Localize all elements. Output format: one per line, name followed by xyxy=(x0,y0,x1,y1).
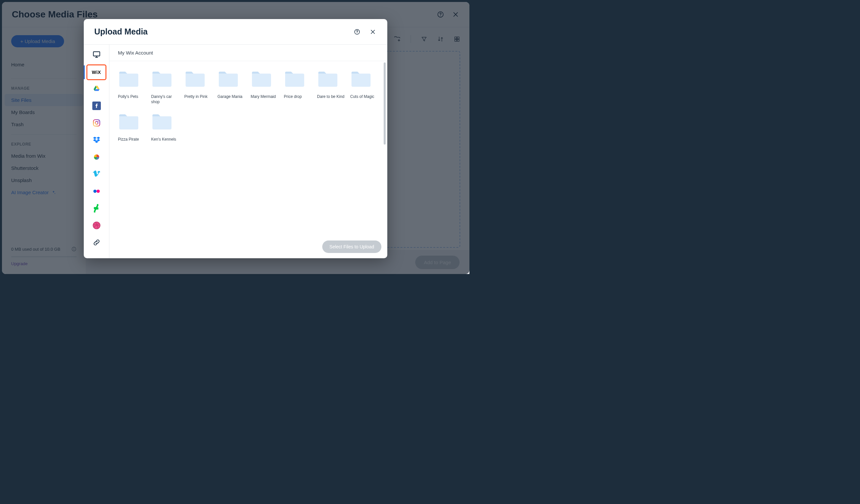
scrollbar-thumb[interactable] xyxy=(384,62,386,145)
folder-item[interactable]: Danny's car shop xyxy=(151,70,179,104)
svg-rect-9 xyxy=(93,52,100,56)
folder-icon xyxy=(151,70,173,88)
close-icon xyxy=(370,29,376,35)
folder-item[interactable]: Price drop xyxy=(284,70,312,104)
svg-rect-11 xyxy=(93,119,100,126)
svg-point-8 xyxy=(357,32,357,33)
folder-item[interactable]: Dare to be Kind xyxy=(317,70,345,104)
facebook-icon xyxy=(92,102,101,111)
folder-item[interactable]: Pretty in Pink xyxy=(184,70,212,104)
source-vimeo[interactable] xyxy=(84,166,109,183)
folder-label: Price drop xyxy=(284,94,302,99)
instagram-icon xyxy=(92,119,101,128)
folder-item[interactable]: Garage Mania xyxy=(217,70,245,104)
svg-point-14 xyxy=(93,190,97,193)
vimeo-icon xyxy=(92,170,101,180)
folder-icon xyxy=(250,70,272,88)
folder-icon xyxy=(217,70,239,88)
computer-icon xyxy=(92,50,101,60)
link-icon xyxy=(92,239,101,248)
source-my-computer[interactable] xyxy=(84,47,109,64)
folder-icon xyxy=(284,70,305,88)
help-button[interactable] xyxy=(353,28,361,36)
scrollbar[interactable] xyxy=(383,62,387,232)
folder-label: Pizza Pirate xyxy=(118,137,139,142)
folder-icon xyxy=(151,112,173,131)
close-button[interactable] xyxy=(369,28,377,36)
folder-label: Danny's car shop xyxy=(151,94,179,104)
source-instagram[interactable] xyxy=(84,115,109,132)
source-rail: WiX xyxy=(84,45,110,258)
folder-icon xyxy=(317,70,339,88)
select-files-button[interactable]: Select Files to Upload xyxy=(322,241,382,253)
source-google-photos[interactable] xyxy=(84,149,109,166)
folder-label: Dare to be Kind xyxy=(317,94,344,99)
svg-point-13 xyxy=(98,120,99,121)
source-google-drive[interactable] xyxy=(84,81,109,98)
source-facebook[interactable] xyxy=(84,98,109,115)
source-wix[interactable]: WiX xyxy=(86,64,106,80)
dropbox-icon xyxy=(92,136,101,146)
source-deviantart[interactable] xyxy=(84,200,109,217)
folder-label: Polly's Pets xyxy=(118,94,138,99)
dribbble-icon xyxy=(92,221,101,231)
upload-media-modal: Upload Media WiX My Wix Account Polly's … xyxy=(84,19,387,258)
google-photos-icon xyxy=(92,153,101,162)
svg-point-12 xyxy=(95,121,98,125)
folder-icon xyxy=(118,70,140,88)
source-flickr[interactable] xyxy=(84,183,109,200)
flickr-icon xyxy=(92,187,101,197)
folder-icon xyxy=(184,70,206,88)
upload-media-title: Upload Media xyxy=(94,27,148,37)
folder-label: Garage Mania xyxy=(217,94,242,99)
folder-item[interactable]: Polly's Pets xyxy=(118,70,145,104)
folder-icon xyxy=(118,112,140,131)
source-dropbox[interactable] xyxy=(84,132,109,149)
google-drive-icon xyxy=(92,85,101,94)
source-dribbble[interactable] xyxy=(84,217,109,234)
folder-item[interactable]: Cuts of Magic xyxy=(350,70,378,104)
folder-grid: Polly's PetsDanny's car shopPretty in Pi… xyxy=(110,61,387,150)
deviantart-icon xyxy=(93,204,100,214)
folder-item[interactable]: Pizza Pirate xyxy=(118,112,145,142)
folder-item[interactable]: Ken's Kennels xyxy=(151,112,179,142)
folder-label: Cuts of Magic xyxy=(350,94,374,99)
wix-icon: WiX xyxy=(92,69,101,75)
folder-label: Pretty in Pink xyxy=(184,94,207,99)
upload-media-footer: Select Files to Upload xyxy=(110,235,387,258)
folder-label: Ken's Kennels xyxy=(151,137,176,142)
account-header: My Wix Account xyxy=(110,45,387,61)
folder-label: Mary Mermaid xyxy=(250,94,276,99)
folder-item[interactable]: Mary Mermaid xyxy=(250,70,278,104)
folder-icon xyxy=(350,70,372,88)
source-link-url[interactable] xyxy=(84,234,109,252)
upload-media-header: Upload Media xyxy=(84,19,387,44)
help-icon xyxy=(354,29,360,35)
svg-point-15 xyxy=(97,190,100,193)
